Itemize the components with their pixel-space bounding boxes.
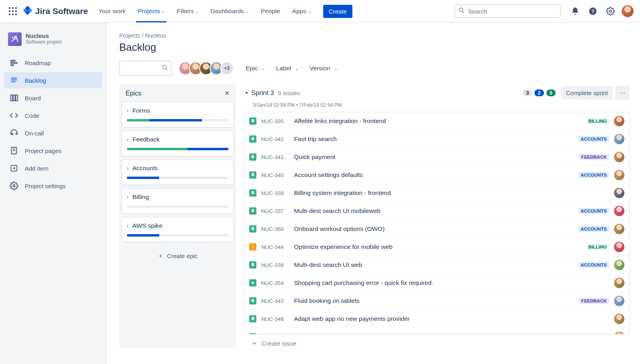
- assignee-avatar[interactable]: [614, 206, 624, 216]
- issue-row[interactable]: NUC-360Onboard workout options (OWO)ACCO…: [244, 220, 629, 238]
- close-icon[interactable]: ✕: [224, 90, 230, 97]
- create-button[interactable]: Create: [323, 5, 352, 18]
- issue-label: ACCOUNTS: [578, 208, 609, 214]
- issue-title: Optimize experience for mobile web: [294, 243, 581, 251]
- issue-key: NUC-341: [261, 154, 289, 160]
- issue-key: NUC-343: [261, 298, 289, 304]
- complete-sprint-button[interactable]: Complete sprint: [561, 86, 613, 99]
- issue-row[interactable]: NUC-342Fast trip searchACCOUNTS: [244, 130, 629, 148]
- epic-card[interactable]: ›Accounts: [122, 159, 234, 185]
- issue-row[interactable]: NUC-341Quick paymentFEEDBACK: [244, 148, 629, 166]
- user-avatar[interactable]: [622, 5, 634, 17]
- toolbar: +3 Epic⌄Label⌄Version⌄: [119, 61, 630, 76]
- epic-name: Accounts: [132, 165, 158, 172]
- nav-filters[interactable]: Filters⌄: [175, 0, 200, 22]
- project-name: Nucleus: [26, 32, 62, 39]
- assignee-avatar[interactable]: [614, 170, 624, 180]
- issue-row[interactable]: NUC-343Fluid booking on tabletsFEEDBACK: [244, 292, 629, 310]
- badge-done: 0: [546, 90, 556, 96]
- issue-row[interactable]: NUC-337Multi-dest search UI mobilewebACC…: [244, 202, 629, 220]
- issue-row[interactable]: NUC-336Quick booking for accomodations -…: [244, 328, 629, 334]
- nav-apps[interactable]: Apps⌄: [290, 0, 312, 22]
- assignee-avatar[interactable]: [614, 152, 624, 162]
- oncall-icon: [10, 129, 18, 137]
- epic-card[interactable]: ›AWS spike: [122, 217, 234, 243]
- chevron-down-icon: ⌄: [295, 66, 298, 71]
- epic-card[interactable]: ›Forms: [122, 102, 234, 127]
- epic-progress: [127, 177, 228, 179]
- assignee-filter-avatars[interactable]: +3: [178, 62, 234, 75]
- nav-people[interactable]: People: [259, 0, 282, 22]
- sidebar-items: RoadmapBacklogBoardCodeOn-callProject pa…: [4, 55, 102, 194]
- chevron-right-icon: ›: [127, 223, 128, 229]
- epics-heading: Epics: [126, 90, 141, 97]
- issue-key: NUC-340: [261, 172, 289, 178]
- assignee-avatar[interactable]: [614, 314, 624, 324]
- svg-rect-3: [9, 10, 10, 12]
- breadcrumb-current[interactable]: Nucleus: [145, 32, 166, 39]
- issue-title: Billing system integration - frontend: [294, 189, 609, 197]
- badge-inprogress: 2: [534, 90, 544, 96]
- jira-logo[interactable]: Jira Software: [22, 5, 88, 17]
- sidebar-item-backlog[interactable]: Backlog: [4, 72, 102, 88]
- svg-rect-6: [9, 14, 10, 15]
- epic-card[interactable]: ›Feedback: [122, 131, 234, 156]
- issue-row[interactable]: NUC-340Account settings defaultsACCOUNTS: [244, 166, 629, 184]
- product-name: Jira Software: [35, 6, 88, 16]
- board-search[interactable]: [119, 61, 172, 76]
- sidebar-item-add-item[interactable]: Add item: [4, 160, 102, 176]
- assignee-avatar[interactable]: [614, 242, 624, 252]
- assignee-avatar[interactable]: [614, 278, 624, 288]
- filter-version[interactable]: Version⌄: [310, 65, 338, 72]
- assignee-avatar[interactable]: [614, 296, 624, 306]
- breadcrumb-projects[interactable]: Projects: [119, 32, 140, 39]
- nav-projects[interactable]: Projects⌄: [136, 0, 166, 22]
- issue-title: Fast trip search: [294, 135, 574, 143]
- issue-row[interactable]: NUC-344Optimize experience for mobile we…: [244, 238, 629, 256]
- create-issue-button[interactable]: ＋ Create issue: [244, 334, 630, 348]
- content: Projects / Nucleus Backlog +3 Epic⌄Label…: [106, 23, 640, 364]
- issue-row[interactable]: NUC-346Adapt web app no new payments pro…: [244, 310, 629, 328]
- sidebar-item-project-settings[interactable]: Project settings: [4, 178, 102, 194]
- create-epic-button[interactable]: ＋ Create epic: [122, 246, 234, 266]
- assignee-avatar[interactable]: [614, 188, 624, 198]
- sidebar-item-roadmap[interactable]: Roadmap: [4, 55, 102, 71]
- app-switcher-icon[interactable]: [6, 5, 19, 18]
- svg-point-25: [11, 133, 12, 135]
- sidebar-item-project-pages[interactable]: Project pages: [4, 143, 102, 159]
- filter-pills: Epic⌄Label⌄Version⌄: [246, 65, 338, 72]
- notifications-icon[interactable]: [569, 5, 582, 18]
- issue-key: NUC-344: [261, 244, 289, 250]
- issue-row[interactable]: NUC-339Billing system integration - fron…: [244, 184, 629, 202]
- assignee-avatar[interactable]: [614, 116, 624, 126]
- assignee-avatar[interactable]: [614, 260, 624, 270]
- assignee-avatar[interactable]: [614, 332, 624, 334]
- assignee-avatar[interactable]: [614, 224, 624, 234]
- sidebar-item-on-call[interactable]: On-call: [4, 125, 102, 141]
- svg-rect-1: [12, 7, 14, 9]
- more-actions-button[interactable]: ⋯: [615, 86, 630, 100]
- project-header[interactable]: Nucleus Software project: [4, 32, 102, 55]
- chevron-down-icon: ⌄: [262, 66, 265, 71]
- search-input[interactable]: [468, 8, 557, 15]
- filter-epic[interactable]: Epic⌄: [246, 65, 265, 72]
- nav-dashboards[interactable]: Dashboards⌄: [209, 0, 250, 22]
- help-icon[interactable]: ?: [586, 5, 599, 18]
- issue-row[interactable]: NUC-335Affelite links integration - fron…: [244, 112, 629, 130]
- issue-row[interactable]: NUC-354Shopping cart purchasing error - …: [244, 274, 629, 292]
- search-icon: [162, 64, 168, 72]
- issue-title: Adapt web app no new payments provider: [294, 315, 609, 322]
- avatar-more[interactable]: +3: [220, 62, 234, 75]
- issue-type-icon: [249, 297, 256, 304]
- assignee-avatar[interactable]: [614, 134, 624, 144]
- issue-row[interactable]: NUC-338Multi-dest search UI webACCOUNTS: [244, 256, 629, 274]
- global-search[interactable]: [454, 4, 561, 18]
- sidebar-item-code[interactable]: Code: [4, 107, 102, 123]
- epic-card[interactable]: ›Billing: [122, 188, 234, 214]
- settings-icon[interactable]: [604, 5, 617, 18]
- svg-rect-4: [12, 10, 14, 12]
- sidebar-item-board[interactable]: Board: [4, 90, 102, 106]
- nav-your-work[interactable]: Your work: [97, 0, 127, 22]
- filter-label[interactable]: Label⌄: [276, 65, 298, 72]
- sprint-toggle[interactable]: ▾ Sprint 3: [246, 89, 274, 97]
